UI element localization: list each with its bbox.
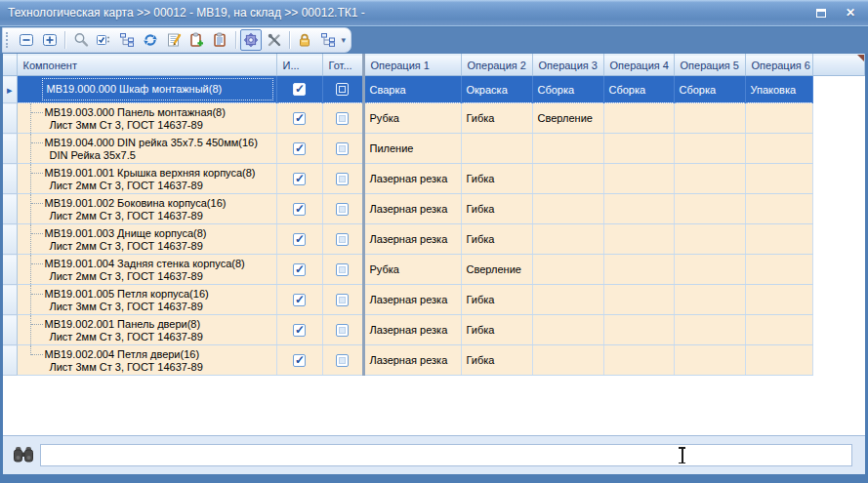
toolbar-grip[interactable] (6, 32, 11, 48)
ready-cell[interactable] (322, 164, 363, 194)
component-cell[interactable]: МВ19.001.001 Крышка верхняя корпуса(8) Л… (17, 164, 276, 194)
include-checkbox[interactable] (293, 112, 306, 125)
operation-6-cell[interactable] (745, 345, 812, 376)
table-row[interactable]: МВ19.001.003 Днище корпуса(8) Лист 2мм С… (3, 224, 865, 255)
operation-4-cell[interactable] (603, 194, 674, 224)
table-row[interactable]: МВ19.003.000 Панель монтажная(8) Лист 3м… (3, 103, 865, 134)
column-header-op5[interactable]: Операция 5 (674, 55, 745, 76)
component-cell[interactable]: МВ19.001.002 Боковина корпуса(16) Лист 2… (17, 194, 276, 224)
operation-4-cell[interactable] (603, 103, 674, 134)
ready-checkbox[interactable] (336, 354, 349, 367)
operation-2-cell[interactable]: Гибка (461, 315, 532, 345)
ready-cell[interactable] (322, 194, 363, 224)
table-row[interactable]: МВ19.002.004 Петля двери(16) Лист 3мм Ст… (3, 345, 865, 376)
column-header-component[interactable]: Компонент (17, 55, 276, 76)
operation-4-cell[interactable] (603, 315, 674, 345)
operation-3-cell[interactable] (532, 345, 603, 376)
operation-1-cell[interactable]: Сварка (363, 76, 461, 103)
column-header-op1[interactable]: Операция 1 (363, 55, 461, 76)
row-indicator[interactable] (3, 224, 17, 255)
operation-4-cell[interactable]: Сборка (603, 76, 674, 103)
column-header-op3[interactable]: Операция 3 (532, 55, 603, 76)
operation-4-cell[interactable] (603, 285, 674, 315)
operation-4-cell[interactable] (603, 164, 674, 194)
ready-cell[interactable] (322, 103, 363, 134)
include-cell[interactable] (276, 315, 322, 345)
find-input[interactable] (40, 444, 852, 466)
include-cell[interactable] (276, 224, 322, 255)
tree-options-button[interactable] (317, 29, 340, 51)
column-header-op6[interactable]: Операция 6 (745, 55, 812, 76)
operation-3-cell[interactable] (532, 194, 603, 224)
operation-1-cell[interactable]: Лазерная резка (363, 224, 461, 255)
operation-1-cell[interactable]: Лазерная резка (363, 345, 461, 376)
ready-checkbox[interactable] (336, 83, 349, 96)
ready-checkbox[interactable] (336, 173, 349, 185)
column-header-op4[interactable]: Операция 4 (603, 55, 674, 76)
table-row[interactable]: МВ19.001.001 Крышка верхняя корпуса(8) Л… (3, 164, 865, 194)
table-row[interactable]: МВ19.004.000 DIN рейка 35х7.5 450мм(16) … (3, 134, 865, 164)
operation-2-cell[interactable]: Сверление (461, 255, 532, 285)
ready-checkbox[interactable] (336, 203, 349, 216)
column-header-include[interactable]: И... (276, 55, 322, 76)
refresh-button[interactable] (140, 29, 162, 51)
operation-1-cell[interactable]: Лазерная резка (363, 285, 461, 315)
include-checkbox[interactable] (293, 294, 306, 306)
operation-6-cell[interactable]: Упаковка (745, 76, 812, 103)
operation-5-cell[interactable] (674, 103, 745, 134)
row-indicator[interactable] (3, 194, 17, 224)
search-button[interactable] (69, 29, 92, 51)
operation-2-cell[interactable]: Гибка (461, 194, 532, 224)
component-cell[interactable]: МВ19.002.001 Панель двери(8) Лист 2мм Ст… (17, 315, 276, 345)
operation-4-cell[interactable] (603, 224, 674, 255)
operation-5-cell[interactable] (674, 134, 745, 164)
operation-1-cell[interactable]: Лазерная резка (363, 164, 461, 194)
operation-5-cell[interactable] (674, 255, 745, 285)
operation-6-cell[interactable] (745, 194, 812, 224)
operation-3-cell[interactable] (532, 285, 603, 315)
operation-3-cell[interactable]: Сверление (532, 103, 603, 134)
selection-options-button[interactable] (93, 29, 115, 51)
ready-cell[interactable] (322, 134, 363, 164)
ready-cell[interactable] (322, 255, 363, 285)
include-cell[interactable] (276, 255, 322, 285)
operation-1-cell[interactable]: Рубка (363, 255, 461, 285)
ready-cell[interactable] (322, 285, 363, 315)
include-checkbox[interactable] (293, 173, 306, 185)
include-cell[interactable] (276, 194, 322, 224)
operation-2-cell[interactable]: Гибка (461, 164, 532, 194)
component-cell[interactable]: МВ19.001.005 Петля корпуса(16) Лист 3мм … (17, 285, 276, 315)
operation-6-cell[interactable] (745, 285, 812, 315)
close-button[interactable] (841, 5, 860, 20)
collapse-button[interactable] (16, 29, 38, 51)
operation-6-cell[interactable] (745, 255, 812, 285)
operation-5-cell[interactable] (674, 315, 745, 345)
include-cell[interactable] (276, 164, 322, 194)
operation-5-cell[interactable]: Сборка (674, 76, 745, 103)
table-row[interactable]: МВ19.001.005 Петля корпуса(16) Лист 3мм … (3, 285, 865, 315)
table-row[interactable]: МВ19.001.002 Боковина корпуса(16) Лист 2… (3, 194, 865, 224)
table-row[interactable]: МВ19.001.004 Задняя стенка корпуса(8) Ли… (3, 255, 865, 285)
include-cell[interactable] (276, 285, 322, 315)
row-indicator[interactable] (3, 134, 17, 164)
table-row[interactable]: МВ19.002.001 Панель двери(8) Лист 2мм Ст… (3, 315, 865, 345)
ready-checkbox[interactable] (336, 324, 349, 337)
column-header-ready[interactable]: Гот... (322, 55, 363, 76)
component-cell[interactable]: МВ19.001.004 Задняя стенка корпуса(8) Ли… (17, 255, 276, 285)
expand-button[interactable] (39, 29, 62, 51)
operation-1-cell[interactable]: Рубка (363, 103, 461, 134)
row-indicator[interactable] (3, 76, 17, 103)
row-indicator[interactable] (3, 315, 17, 345)
operation-2-cell[interactable]: Гибка (461, 345, 532, 376)
ready-cell[interactable] (322, 315, 363, 345)
include-checkbox[interactable] (293, 233, 306, 246)
operation-3-cell[interactable] (532, 164, 603, 194)
table-row[interactable]: МВ19.000.000 Шкаф монтажный(8) Сварка Ок… (3, 76, 865, 103)
operation-6-cell[interactable] (745, 315, 812, 345)
operation-3-cell[interactable] (532, 134, 603, 164)
operation-5-cell[interactable] (674, 224, 745, 255)
operation-3-cell[interactable] (532, 315, 603, 345)
operation-6-cell[interactable] (745, 164, 812, 194)
operation-2-cell[interactable]: Окраска (461, 76, 532, 103)
edit-document-button[interactable] (162, 29, 185, 51)
